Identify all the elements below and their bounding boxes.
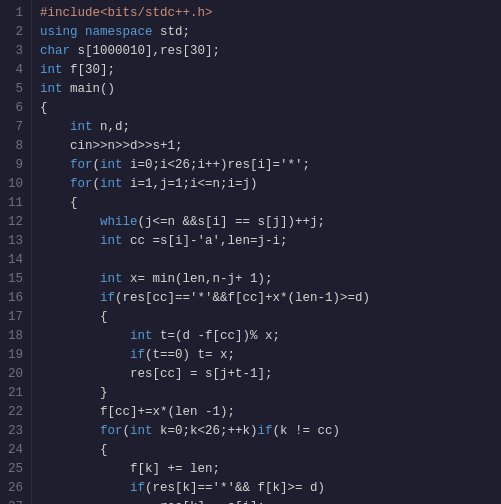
- token: [40, 365, 130, 384]
- code-line: int n,d;: [40, 118, 493, 137]
- line-number: 7: [6, 118, 23, 137]
- token: (: [123, 422, 131, 441]
- line-number: 22: [6, 403, 23, 422]
- line-number: 17: [6, 308, 23, 327]
- token: [40, 460, 130, 479]
- token: (j<=n &&s[i] == s[j])++j;: [138, 213, 326, 232]
- code-line: }: [40, 384, 493, 403]
- line-number: 9: [6, 156, 23, 175]
- code-line: cin>>n>>d>>s+1;: [40, 137, 493, 156]
- token: [40, 422, 100, 441]
- token: {: [40, 99, 48, 118]
- token: s[1000010],res[30];: [78, 42, 221, 61]
- line-number: 1: [6, 4, 23, 23]
- token: [40, 346, 130, 365]
- token: [40, 213, 100, 232]
- token: (t==0) t= x;: [145, 346, 235, 365]
- line-number: 12: [6, 213, 23, 232]
- token: for: [70, 175, 93, 194]
- code-line: if(res[cc]=='*'&&f[cc]+x*(len-1)>=d): [40, 289, 493, 308]
- line-number: 14: [6, 251, 23, 270]
- code-line: {: [40, 194, 493, 213]
- token: int: [100, 232, 130, 251]
- token: int: [100, 175, 130, 194]
- line-number: 4: [6, 61, 23, 80]
- token: if: [258, 422, 273, 441]
- token: if: [130, 346, 145, 365]
- token: char: [40, 42, 78, 61]
- token: res[k] = s[i];: [160, 498, 265, 504]
- code-line: while(j<=n &&s[i] == s[j])++j;: [40, 213, 493, 232]
- token: (: [93, 156, 101, 175]
- token: int: [130, 327, 160, 346]
- code-line: int f[30];: [40, 61, 493, 80]
- token: int: [130, 422, 160, 441]
- token: [40, 498, 160, 504]
- line-number: 26: [6, 479, 23, 498]
- token: [40, 289, 100, 308]
- token: [40, 270, 100, 289]
- token: while: [100, 213, 138, 232]
- code-line: [40, 251, 493, 270]
- token: {: [40, 194, 78, 213]
- code-line: {: [40, 308, 493, 327]
- line-number: 13: [6, 232, 23, 251]
- line-number: 3: [6, 42, 23, 61]
- code-line: char s[1000010],res[30];: [40, 42, 493, 61]
- code-line: for(int i=0;i<26;i++)res[i]='*';: [40, 156, 493, 175]
- line-number: 19: [6, 346, 23, 365]
- code-line: f[k] += len;: [40, 460, 493, 479]
- token: int: [100, 270, 130, 289]
- code-line: res[cc] = s[j+t-1];: [40, 365, 493, 384]
- token: if: [100, 289, 115, 308]
- token: [40, 175, 70, 194]
- code-line: f[cc]+=x*(len -1);: [40, 403, 493, 422]
- token: (k != cc): [273, 422, 341, 441]
- code-line: if(t==0) t= x;: [40, 346, 493, 365]
- token: [40, 118, 70, 137]
- token: f[cc]+=x*(len -1);: [100, 403, 235, 422]
- line-number: 6: [6, 99, 23, 118]
- token: if: [130, 479, 145, 498]
- line-numbers: 1234567891011121314151617181920212223242…: [0, 0, 32, 504]
- token: std;: [160, 23, 190, 42]
- token: f[30];: [70, 61, 115, 80]
- token: (res[k]=='*'&& f[k]>= d): [145, 479, 325, 498]
- code-line: {: [40, 441, 493, 460]
- token: int: [40, 80, 70, 99]
- token: cc =s[i]-'a',len=j-i;: [130, 232, 288, 251]
- code-line: {: [40, 99, 493, 118]
- token: int: [100, 156, 130, 175]
- code-line: #include<bits/stdc++.h>: [40, 4, 493, 23]
- line-number: 18: [6, 327, 23, 346]
- line-number: 24: [6, 441, 23, 460]
- token: [40, 403, 100, 422]
- token: {: [40, 308, 108, 327]
- token: (: [93, 175, 101, 194]
- code-editor: 1234567891011121314151617181920212223242…: [0, 0, 501, 504]
- token: x= min(len,n-j+ 1);: [130, 270, 273, 289]
- code-line: using namespace std;: [40, 23, 493, 42]
- line-number: 25: [6, 460, 23, 479]
- token: [40, 479, 130, 498]
- token: n,d;: [100, 118, 130, 137]
- token: for: [70, 156, 93, 175]
- code-line: int t=(d -f[cc])% x;: [40, 327, 493, 346]
- line-number: 10: [6, 175, 23, 194]
- token: [40, 327, 130, 346]
- code-line: res[k] = s[i];: [40, 498, 493, 504]
- code-line: if(res[k]=='*'&& f[k]>= d): [40, 479, 493, 498]
- token: k=0;k<26;++k): [160, 422, 258, 441]
- token: }: [40, 384, 108, 403]
- code-line: int cc =s[i]-'a',len=j-i;: [40, 232, 493, 251]
- code-line: for(int k=0;k<26;++k)if(k != cc): [40, 422, 493, 441]
- code-area[interactable]: #include<bits/stdc++.h>using namespace s…: [32, 0, 501, 504]
- line-number: 2: [6, 23, 23, 42]
- token: res[cc] = s[j+t-1];: [130, 365, 273, 384]
- line-number: 5: [6, 80, 23, 99]
- code-line: int x= min(len,n-j+ 1);: [40, 270, 493, 289]
- token: [40, 232, 100, 251]
- line-number: 23: [6, 422, 23, 441]
- token: t=(d -f[cc])% x;: [160, 327, 280, 346]
- token: i=1,j=1;i<=n;i=j): [130, 175, 258, 194]
